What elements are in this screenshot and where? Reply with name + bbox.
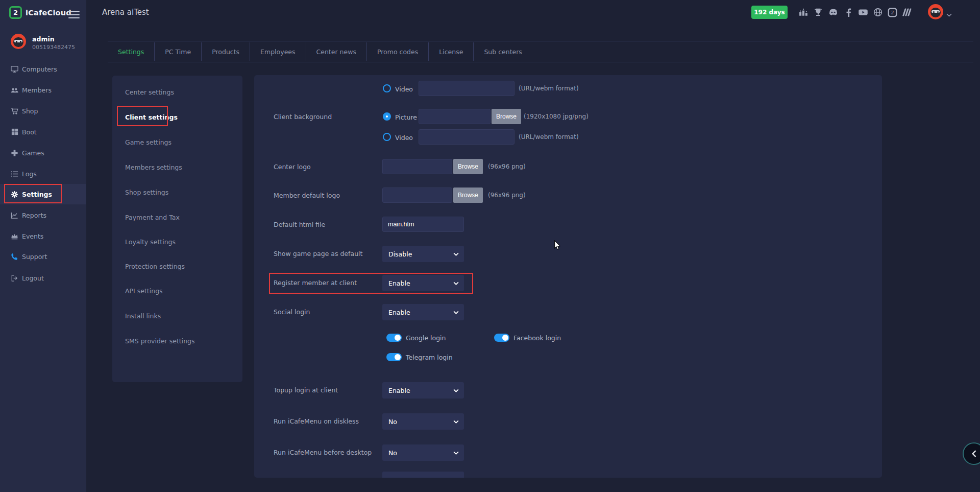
video-url-input[interactable] [419,81,514,96]
chevron-down-icon[interactable] [946,9,952,19]
tab-sub-centers[interactable]: Sub centers [474,41,532,62]
member-default-logo-browse-button[interactable]: Browse [453,188,483,203]
hamburger-menu-icon[interactable] [68,9,80,20]
social-login-select[interactable]: Enable [382,304,464,320]
select-value: Enable [388,309,410,316]
globe-icon[interactable] [872,7,884,18]
background-picture-input[interactable] [419,109,491,124]
tab-promo-codes[interactable]: Promo codes [367,41,428,62]
sidebar-item-label: Settings [22,191,52,198]
sidebar-item-games[interactable]: Games [0,143,86,163]
run-icafemenu-diskless-select[interactable]: No [382,413,464,430]
menu-item-shop-settings[interactable]: Shop settings [112,183,242,201]
member-default-logo-hint: (96x96 png) [488,192,526,199]
gamepad-icon [11,149,18,157]
sidebar-item-members[interactable]: Members [0,80,86,100]
layers-icon[interactable] [902,7,913,18]
facebook-login-toggle[interactable] [494,334,509,342]
sidebar: 2 iCafeCloud admin 005193482475 Computer… [0,0,86,492]
google-login-toggle[interactable] [386,334,402,342]
background-video-radio[interactable] [383,133,391,141]
center-logo-hint: (96x96 png) [488,163,526,170]
sidebar-item-events[interactable]: Events [0,226,86,246]
settings-menu-panel: Center settings Client settings Game set… [112,76,242,382]
center-logo-browse-button[interactable]: Browse [453,159,483,174]
sidebar-item-computers[interactable]: Computers [0,59,86,79]
user-id: 005193482475 [32,44,75,51]
menu-item-client-settings[interactable]: Client settings [112,108,242,126]
center-logo-input[interactable] [382,159,452,174]
sidebar-item-label: Reports [22,212,46,219]
sidebar-item-boot[interactable]: Boot [0,122,86,142]
menu-item-sms-provider-settings[interactable]: SMS provider settings [112,332,242,349]
chart-icon [11,212,18,219]
panel-collapse-button[interactable] [963,442,980,465]
sidebar-item-support[interactable]: Support [0,246,86,267]
background-video-radio-label: Video [395,134,413,142]
background-video-hint: (URL/webm format) [519,133,579,140]
logo-text: iCafeCloud [26,9,71,17]
telegram-login-toggle[interactable] [386,353,402,361]
sidebar-item-logs[interactable]: Logs [0,163,86,184]
phone-icon [11,253,18,261]
background-picture-hint: (1920x1080 jpg/png) [524,113,589,120]
discord-icon[interactable] [827,7,839,18]
sidebar-item-shop[interactable]: Shop [0,101,86,121]
cart-icon [11,107,18,115]
tab-center-news[interactable]: Center news [306,41,366,62]
show-game-page-select[interactable]: Disable [382,246,464,262]
ranking-icon[interactable] [798,7,809,18]
register-member-select[interactable]: Enable [382,275,464,291]
select-value: No [388,449,397,457]
menu-item-center-settings[interactable]: Center settings [112,83,242,101]
user-avatar[interactable] [11,34,26,49]
tab-employees[interactable]: Employees [250,41,305,62]
field-label: Run iCafeMenu before desktop [274,449,372,456]
app-logo[interactable]: 2 iCafeCloud [9,6,71,19]
menu-item-install-links[interactable]: Install links [112,307,242,324]
menu-item-loyalty-settings[interactable]: Loyalty settings [112,233,242,250]
sidebar-item-label: Support [22,253,47,261]
default-html-file-input[interactable] [382,217,464,232]
video-radio-label: Video [395,85,413,93]
tab-pc-time[interactable]: PC Time [155,41,201,62]
tab-settings[interactable]: Settings [108,41,154,62]
youtube-icon[interactable] [857,7,869,18]
crown-icon [11,232,18,240]
tab-license[interactable]: License [429,41,473,62]
field-label: Member default logo [274,192,340,199]
header-avatar[interactable] [928,4,943,19]
svg-text:2: 2 [891,10,894,15]
run-icafemenu-before-desktop-select[interactable]: No [382,444,464,461]
topup-login-select[interactable]: Enable [382,382,464,399]
video-radio[interactable] [383,84,391,92]
field-label: Show game page as default [274,250,362,257]
field-label: Client background [274,113,332,121]
sidebar-item-logout[interactable]: Logout [0,268,86,288]
tab-products[interactable]: Products [202,41,250,62]
sidebar-item-settings[interactable]: Settings [0,184,86,204]
member-default-logo-input[interactable] [382,188,452,203]
sidebar-item-label: Boot [22,128,37,136]
select-value: Enable [388,279,410,287]
trophy-icon[interactable] [813,7,824,18]
license-days-badge[interactable]: 192 days [751,6,788,19]
windows-icon [11,128,18,136]
page-title: Arena aiTest [102,8,149,17]
sidebar-item-label: Computers [22,65,57,73]
background-picture-browse-button[interactable]: Browse [492,109,521,124]
menu-item-protection-settings[interactable]: Protection settings [112,257,242,275]
sidebar-item-reports[interactable]: Reports [0,205,86,225]
menu-item-members-settings[interactable]: Members settings [112,158,242,176]
select-value: Enable [388,387,410,394]
menu-item-payment-and-tax[interactable]: Payment and Tax [112,208,242,226]
facebook-icon[interactable] [843,7,854,18]
picture-radio[interactable] [383,112,391,121]
icafecloud-mark-icon[interactable]: 2 [887,7,898,18]
menu-item-game-settings[interactable]: Game settings [112,133,242,151]
field-label: Social login [274,308,310,316]
field-label: Register member at client [274,279,357,287]
menu-item-api-settings[interactable]: API settings [112,282,242,299]
clipped-next-select[interactable] [382,472,464,478]
background-video-input[interactable] [419,129,514,145]
